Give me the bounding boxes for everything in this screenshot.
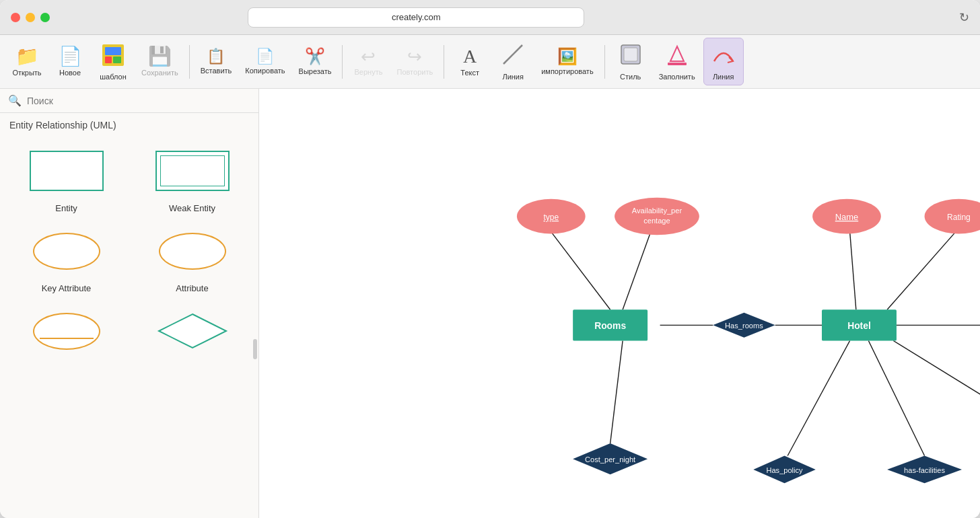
svg-text:Rating: Rating [947,213,971,222]
category-title: Entity Relationship (UML) [0,113,258,137]
insert-icon: 📋 [207,49,225,64]
svg-text:centage: centage [643,217,670,225]
shape-key-attribute[interactable]: Key Attribute [7,224,126,293]
shape-entity[interactable]: Entity [7,144,126,213]
diagram-canvas[interactable]: Rooms Has_rooms Hotel is_at type Availab… [259,89,980,518]
svg-line-4 [503,45,522,64]
attr-preview [149,224,236,278]
save-icon: 💾 [148,47,172,66]
svg-text:has-facilities: has-facilities [904,466,945,474]
close-button[interactable] [11,13,20,22]
svg-line-16 [610,340,623,443]
cut-button[interactable]: ✂️ Вырезать [293,44,337,79]
svg-text:Has_rooms: Has_rooms [725,322,763,330]
undo-icon: ↩ [361,48,376,65]
style-label: Стиль [620,73,641,81]
scissors-icon: ✂️ [305,48,325,65]
folder-icon: 📁 [15,47,39,66]
new-label: Новое [59,69,81,77]
minimize-button[interactable] [26,13,35,22]
redo-button[interactable]: ↪ Повторить [391,44,438,80]
shape-diamond[interactable] [133,304,252,358]
svg-line-14 [887,232,956,310]
svg-line-13 [850,232,856,310]
entity-preview [23,144,110,198]
import-icon: 🖼️ [557,48,578,65]
cut-label: Вырезать [299,67,332,75]
line-icon [501,42,525,70]
shape-key-attr-dashed[interactable] [7,304,126,358]
entity-label: Entity [55,203,77,213]
svg-line-17 [788,340,849,455]
open-button[interactable]: 📁 Открыть [7,43,47,81]
title-bar: creately.com ↻ [0,0,980,35]
shape-palette: Entity Weak Entity [0,137,258,365]
key-attr-preview [23,224,110,278]
linestyle-button[interactable]: Линия [703,38,744,85]
svg-line-10 [623,232,651,310]
linestyle-label: Линия [713,73,734,81]
svg-text:Availability_per: Availability_per [632,207,682,215]
diamond-preview [149,304,236,358]
insert-button[interactable]: 📋 Вставить [195,45,238,79]
copy-button[interactable]: 📄 Копировать [240,45,290,79]
fill-label: Заполнить [659,73,695,81]
save-label: Сохранить [141,69,178,77]
svg-rect-7 [668,63,687,65]
undo-button[interactable]: ↩ Вернуть [348,44,388,80]
text-button[interactable]: A Текст [450,43,490,81]
copy-label: Копировать [245,67,285,75]
search-icon: 🔍 [8,94,22,107]
line-button[interactable]: Линия [493,38,533,85]
address-bar[interactable]: creately.com [248,7,584,28]
key-attr-dashed-preview [23,304,110,358]
text-icon: A [463,47,477,66]
svg-rect-1 [105,47,121,55]
svg-rect-2 [105,57,112,63]
undo-label: Вернуть [355,68,383,76]
linestyle-icon [711,42,736,70]
style-button[interactable]: Стиль [610,38,651,85]
maximize-button[interactable] [40,13,50,22]
diagram-svg: Rooms Has_rooms Hotel is_at type Availab… [259,89,980,518]
style-icon [619,42,643,70]
svg-rect-3 [113,57,121,63]
svg-text:type: type [543,213,559,222]
new-icon: 📄 [59,47,82,66]
svg-text:Name: Name [835,212,859,222]
new-button[interactable]: 📄 Новое [50,43,90,81]
svg-line-18 [868,340,924,455]
shape-weak-entity[interactable]: Weak Entity [133,144,252,213]
copy-icon: 📄 [256,49,274,64]
save-button[interactable]: 💾 Сохранить [136,43,184,81]
insert-label: Вставить [201,67,232,75]
separator-4 [604,45,605,79]
separator-3 [444,45,444,79]
svg-line-9 [551,232,610,310]
toolbar: 📁 Открыть 📄 Новое шаблон 💾 Сохранить [0,35,980,89]
line-label: Линия [502,73,524,81]
shape-attribute[interactable]: Attribute [133,224,252,293]
import-label: импортировать [541,67,593,75]
reload-button[interactable]: ↻ [959,10,969,25]
template-label: шаблон [100,73,126,81]
sidebar-scrollbar[interactable] [253,339,257,359]
fill-button[interactable]: Заполнить [654,38,701,85]
sidebar: 🔍 Entity Relationship (UML) Entity [0,89,259,518]
app-window: creately.com ↻ 📁 Открыть 📄 Новое шаблон [0,0,980,518]
import-button[interactable]: 🖼️ импортировать [536,44,598,79]
fill-icon [665,42,689,70]
separator-1 [189,45,190,79]
search-input[interactable] [27,96,250,106]
template-icon [101,43,125,70]
weak-entity-label: Weak Entity [169,203,215,213]
svg-rect-6 [624,48,637,61]
svg-text:Has_policy: Has_policy [766,466,803,474]
traffic-lights [11,13,50,22]
redo-icon: ↪ [407,48,422,65]
svg-text:Cost_per_night: Cost_per_night [585,455,635,464]
separator-2 [342,45,343,79]
svg-text:Hotel: Hotel [847,320,871,331]
svg-text:Rooms: Rooms [594,320,626,331]
template-button[interactable]: шаблон [93,39,133,85]
